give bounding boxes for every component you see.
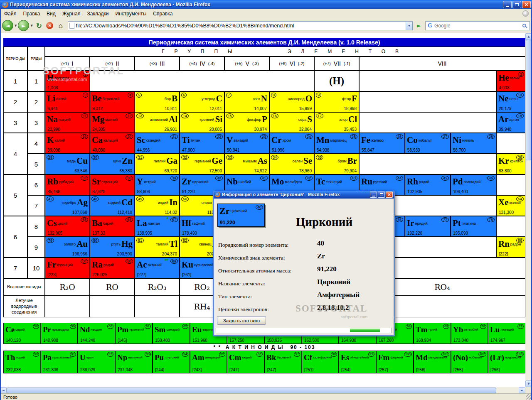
element-cell-Si[interactable]: 14кремнийSi28,085 xyxy=(180,112,224,133)
vertical-scrollbar[interactable]: ▲ ▼ xyxy=(525,33,532,387)
element-cell-Au[interactable]: 79золотоAu196,966 xyxy=(45,237,90,258)
element-cell-Sr[interactable]: 38Srстронций87,620 xyxy=(90,174,135,195)
home-button[interactable]: ⌂ xyxy=(56,20,66,31)
element-cell-Xe[interactable]: 54Xeксенон131,300 xyxy=(496,195,525,216)
element-cell-Np[interactable]: 93Npнептуний237,048 xyxy=(115,351,153,373)
element-cell-Ar[interactable]: 18Arаргон39,948 xyxy=(496,112,525,133)
element-cell-Fe[interactable]: 26Feжелезо55,847 xyxy=(359,133,405,154)
element-cell-Pu[interactable]: 94Puплутоний[244] xyxy=(153,351,190,373)
element-cell-Lr[interactable]: 103(Lr)лоуренсий[256] xyxy=(488,351,525,373)
element-cell-Y[interactable]: 39Yиттрий88,906 xyxy=(135,174,180,195)
element-cell-In[interactable]: 49индийIn114,82 xyxy=(135,195,180,216)
element-cell-Kr[interactable]: 36Krкриптон83,800 xyxy=(496,154,525,174)
menu-вид[interactable]: Вид xyxy=(43,10,59,18)
element-cell-Th[interactable]: 90Thторий232,038 xyxy=(3,351,41,373)
element-cell-Cf[interactable]: 98Cfкалифорний[251] xyxy=(302,351,339,373)
element-cell-Fr[interactable]: 87Frфранций[223] xyxy=(45,258,90,278)
magnifier-icon[interactable] xyxy=(522,24,526,27)
back-dropdown[interactable]: ▼ xyxy=(14,24,17,27)
element-cell-Mg[interactable]: 12Mgмагний24,305 xyxy=(90,112,135,133)
scroll-down-button[interactable]: ▼ xyxy=(525,380,532,387)
element-cell-Hg[interactable]: 80ртутьHg200,590 xyxy=(90,237,135,258)
element-cell-Ir[interactable]: 77Irиридий192,220 xyxy=(405,216,451,237)
element-cell-Ti[interactable]: 22Tiтитан47,900 xyxy=(180,133,224,154)
element-cell-Ce[interactable]: 58Ceцерий140,120 xyxy=(3,323,41,344)
element-cell-U[interactable]: 92Uуран238,029 xyxy=(78,351,115,373)
element-cell-Md[interactable]: 101Mdменделевий[258] xyxy=(414,351,451,373)
stop-button[interactable]: × xyxy=(45,20,55,31)
menu-инструменты[interactable]: Инструменты xyxy=(112,10,150,18)
menu-журнал[interactable]: Журнал xyxy=(59,10,84,18)
element-cell-Ra[interactable]: 88Raрадий226,025 xyxy=(90,258,135,278)
element-cell-Ac[interactable]: 89**Acактиний[227] xyxy=(135,258,180,278)
element-cell-H[interactable]: 1Hводород1,008 xyxy=(45,71,90,91)
dialog-close-button[interactable]: × xyxy=(386,191,393,198)
maximize-button[interactable] xyxy=(512,1,521,8)
dialog-titlebar[interactable]: Информация о элементе 'Цирконий' - Mozil… xyxy=(214,190,394,199)
element-cell-Ag[interactable]: 47сереброAg107,868 xyxy=(45,195,90,216)
element-cell-Rh[interactable]: 45Rhродий102,905 xyxy=(405,174,451,195)
element-cell-Pm[interactable]: 61Pmпрометий[145] xyxy=(115,323,153,344)
element-cell-Cr[interactable]: 24Crхром51,996 xyxy=(269,133,314,154)
element-cell-Bk[interactable]: 97Bkберкелий[247] xyxy=(264,351,302,373)
horizontal-scrollbar-thumb[interactable] xyxy=(7,388,496,393)
element-cell-P[interactable]: 15фосфорP30,974 xyxy=(224,112,269,133)
element-cell-Sm[interactable]: 62Smсамарий150,400 xyxy=(153,323,190,344)
element-cell-No[interactable]: 102(No)нобелий[255] xyxy=(451,351,488,373)
forward-button[interactable]: ► xyxy=(18,20,29,31)
back-button[interactable]: ◄ xyxy=(2,20,13,31)
element-cell-Es[interactable]: 99Esэйнштейний[254] xyxy=(339,351,376,373)
element-cell-Cd[interactable]: 48кадмийCd112,410 xyxy=(90,195,135,216)
element-cell-Rn[interactable]: 86Rnрадон[222] xyxy=(496,237,525,258)
address-bar[interactable]: ▼ xyxy=(68,21,413,30)
element-cell-B[interactable]: 5борB10,811 xyxy=(135,91,180,112)
element-cell-Ne[interactable]: 10Neнеон20,179 xyxy=(496,91,525,112)
element-cell-V[interactable]: 23Vванадий50,941 xyxy=(224,133,269,154)
resize-grip[interactable] xyxy=(526,394,532,400)
element-cell-Tl[interactable]: 81таллийTl204,370 xyxy=(135,237,180,258)
element-cell-Am[interactable]: 95Amамериций[243] xyxy=(190,351,227,373)
element-cell-C[interactable]: 6углеродC12,011 xyxy=(180,91,224,112)
element-cell-Zn[interactable]: 30цинкZn65,380 xyxy=(90,154,135,174)
element-cell-Ni[interactable]: 28Niникель58,700 xyxy=(451,133,496,154)
horizontal-scrollbar[interactable]: ◄ ► xyxy=(0,387,525,394)
minimize-button[interactable] xyxy=(503,1,512,8)
address-dropdown[interactable]: ▼ xyxy=(406,22,412,30)
element-cell-Rb[interactable]: 37Rbрубидий85,468 xyxy=(45,174,90,195)
search-bar[interactable]: G xyxy=(425,21,530,30)
menu-правка[interactable]: Правка xyxy=(20,10,44,18)
element-cell-Se[interactable]: 34селенSe78,960 xyxy=(269,154,314,174)
element-cell-Nd[interactable]: 60Ndнеодим144,240 xyxy=(78,323,115,344)
element-cell-La[interactable]: 57*Laлантан138,905 xyxy=(135,216,180,237)
element-cell-Pd[interactable]: 46Pdпалладий106,400 xyxy=(451,174,496,195)
scroll-left-button[interactable]: ◄ xyxy=(0,387,7,394)
dialog-minimize-button[interactable] xyxy=(370,191,377,198)
element-cell-Na[interactable]: 11Naнатрий22,990 xyxy=(45,112,90,133)
element-cell-As[interactable]: 33мышьякAs74,922 xyxy=(224,154,269,174)
element-cell-Al[interactable]: 13алюминийAl26,981 xyxy=(135,112,180,133)
search-input[interactable] xyxy=(434,22,521,29)
go-button[interactable]: ► xyxy=(415,22,423,29)
element-cell-Cm[interactable]: 96Cmкюрий[247] xyxy=(227,351,264,373)
close-button[interactable]: × xyxy=(522,1,531,8)
element-cell-Co[interactable]: 27Coкобальт58,933 xyxy=(405,133,451,154)
element-cell-K[interactable]: 19Kкалий39,098 xyxy=(45,133,90,154)
element-cell-Be[interactable]: 4Beбериллий9,012 xyxy=(90,91,135,112)
element-cell-Ca[interactable]: 20Caкальций40,080 xyxy=(90,133,135,154)
element-cell-Pr[interactable]: 59Prпразеодим140,908 xyxy=(41,323,78,344)
element-cell-Cs[interactable]: 55Csцезий132,905 xyxy=(45,216,90,237)
element-cell-Yb[interactable]: 70Ybиттербий173,040 xyxy=(451,323,488,344)
element-cell-Tm[interactable]: 69Tmтулий168,934 xyxy=(414,323,451,344)
element-cell-N[interactable]: 7азотN14,007 xyxy=(224,91,269,112)
dialog-restore-button[interactable] xyxy=(378,191,385,198)
element-cell-S[interactable]: 16сераS32,064 xyxy=(269,112,314,133)
forward-dropdown[interactable]: ▼ xyxy=(30,24,33,27)
scroll-right-button[interactable]: ► xyxy=(519,387,525,394)
element-cell-Fm[interactable]: 100Fmфермий[257] xyxy=(376,351,414,373)
element-cell-O[interactable]: 8кислородO15,999 xyxy=(269,91,314,112)
element-cell-Ge[interactable]: 32германийGe72,590 xyxy=(180,154,224,174)
address-input[interactable] xyxy=(76,22,406,29)
element-cell-He[interactable]: 2Heгелий4,003 xyxy=(496,71,525,91)
close-window-button[interactable]: Закрыть это окно xyxy=(217,316,266,325)
reload-button[interactable]: ↻ xyxy=(34,20,44,31)
